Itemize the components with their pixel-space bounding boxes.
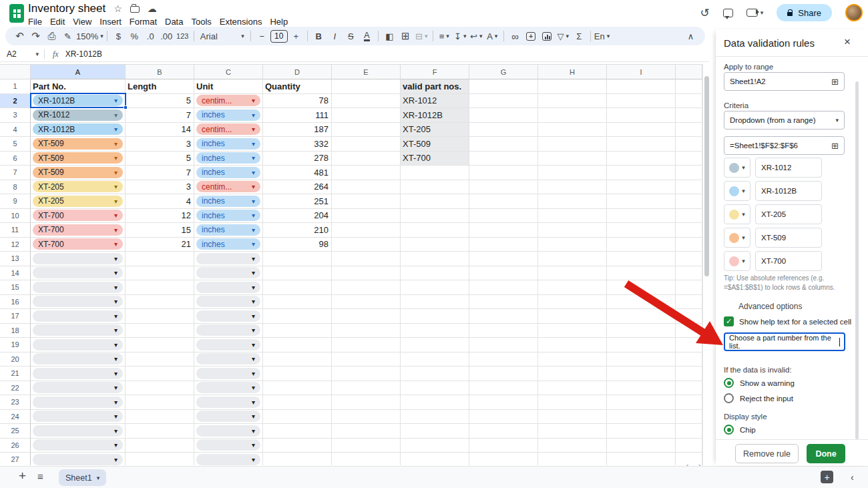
dropdown-chip[interactable]: ▾ (196, 282, 260, 293)
increase-font-size-icon[interactable]: + (288, 29, 304, 43)
cell-E18[interactable] (332, 324, 401, 338)
column-header-partial[interactable] (676, 64, 702, 79)
cell-A10[interactable]: XT-700▾ (31, 209, 126, 224)
cell-x7[interactable] (676, 166, 702, 180)
cell-x5[interactable] (676, 137, 702, 152)
cell-B23[interactable] (126, 395, 194, 410)
panel-scrollbar[interactable] (855, 81, 859, 439)
menu-tools[interactable]: Tools (187, 16, 215, 27)
help-text-input[interactable]: Choose a part number from the list. (724, 332, 845, 351)
cell-F17[interactable] (401, 309, 469, 324)
cell-D8[interactable]: 264 (263, 180, 332, 195)
cell-D22[interactable] (263, 381, 332, 396)
cell-E9[interactable] (332, 194, 401, 209)
row-header-8[interactable]: 8 (0, 180, 31, 195)
cell-G6[interactable] (469, 152, 538, 166)
cell-G1[interactable] (469, 79, 538, 94)
row-header-21[interactable]: 21 (0, 367, 31, 381)
cell-G22[interactable] (469, 381, 538, 396)
cell-F22[interactable] (401, 381, 469, 396)
meet-button[interactable]: ▾ (746, 9, 764, 17)
row-header-19[interactable]: 19 (0, 338, 31, 352)
text-wrap-icon[interactable]: ↩▾ (469, 29, 484, 43)
option-color-picker[interactable]: ▾ (724, 181, 750, 201)
cell-B1[interactable]: Length (126, 79, 194, 94)
cell-G11[interactable] (469, 223, 538, 238)
cell-I8[interactable] (607, 180, 676, 195)
cell-H14[interactable] (538, 266, 607, 281)
row-header-2[interactable]: 2 (0, 94, 31, 109)
cell-F23[interactable] (401, 395, 469, 410)
cell-C3[interactable]: inches▾ (194, 108, 263, 123)
cell-C15[interactable]: ▾ (194, 280, 263, 295)
dropdown-chip[interactable]: XT-509▾ (33, 152, 123, 164)
cell-F6[interactable]: XT-700 (401, 152, 469, 166)
share-button[interactable]: Share (777, 4, 832, 21)
cell-E14[interactable] (332, 266, 401, 281)
borders-icon[interactable]: ⊞ (398, 29, 413, 43)
cell-I11[interactable] (607, 223, 676, 238)
cell-I9[interactable] (607, 194, 676, 209)
cell-x20[interactable] (676, 352, 702, 367)
dropdown-chip[interactable]: ▾ (33, 425, 123, 437)
column-header-B[interactable]: B (126, 64, 194, 79)
cell-B16[interactable] (126, 295, 194, 310)
cell-H26[interactable] (538, 439, 607, 453)
row-header-11[interactable]: 11 (0, 223, 31, 238)
cell-I27[interactable] (607, 453, 676, 465)
cell-x9[interactable] (676, 194, 702, 209)
dropdown-chip[interactable]: XR-1012B▾ (33, 124, 123, 135)
cell-I21[interactable] (607, 367, 676, 381)
cell-E19[interactable] (332, 338, 401, 352)
advanced-options-toggle[interactable]: Advanced options (738, 302, 802, 311)
cell-A16[interactable]: ▾ (31, 295, 126, 310)
cell-G10[interactable] (469, 209, 538, 224)
cell-F19[interactable] (401, 338, 469, 352)
cell-D10[interactable]: 204 (263, 209, 332, 224)
cell-C14[interactable]: ▾ (194, 266, 263, 281)
cell-A4[interactable]: XR-1012B▾ (31, 123, 126, 138)
cell-I1[interactable] (607, 79, 676, 94)
cell-H3[interactable] (538, 108, 607, 123)
cell-B24[interactable] (126, 410, 194, 425)
row-header-10[interactable]: 10 (0, 209, 31, 224)
bold-icon[interactable]: B (311, 29, 327, 43)
cell-C13[interactable]: ▾ (194, 252, 263, 266)
cell-I17[interactable] (607, 309, 676, 324)
cell-D6[interactable]: 278 (263, 152, 332, 166)
radio-show-warning[interactable]: Show a warning (724, 378, 795, 388)
cell-A9[interactable]: XT-205▾ (31, 194, 126, 209)
cell-H4[interactable] (538, 123, 607, 138)
cell-x21[interactable] (676, 367, 702, 381)
cell-B9[interactable]: 4 (126, 194, 194, 209)
row-header-26[interactable]: 26 (0, 439, 31, 453)
cell-I20[interactable] (607, 352, 676, 367)
cell-I4[interactable] (607, 123, 676, 138)
cell-A20[interactable]: ▾ (31, 352, 126, 367)
cell-x8[interactable] (676, 180, 702, 195)
option-value-input[interactable]: XT-509 (755, 228, 822, 248)
dropdown-chip[interactable]: ▾ (33, 353, 123, 364)
input-tools-select[interactable]: En▾ (594, 29, 610, 43)
cell-F11[interactable] (401, 223, 469, 238)
cell-C11[interactable]: inches▾ (194, 223, 263, 238)
cell-x4[interactable] (676, 123, 702, 138)
cell-C27[interactable]: ▾ (194, 453, 263, 465)
text-rotation-icon[interactable]: A▾ (485, 29, 500, 43)
cell-E25[interactable] (332, 424, 401, 439)
redo-icon[interactable]: ↷ (28, 29, 43, 43)
dropdown-chip[interactable]: inches▾ (196, 167, 260, 178)
cell-A15[interactable]: ▾ (31, 280, 126, 295)
cell-F10[interactable] (401, 209, 469, 224)
done-button[interactable]: Done (807, 444, 845, 463)
cell-B22[interactable] (126, 381, 194, 396)
merge-cells-icon[interactable]: ⊟▾ (414, 29, 429, 43)
column-header-C[interactable]: C (194, 64, 263, 79)
cell-H23[interactable] (538, 395, 607, 410)
cell-F14[interactable] (401, 266, 469, 281)
column-header-G[interactable]: G (469, 64, 538, 79)
cell-G23[interactable] (469, 395, 538, 410)
cell-E16[interactable] (332, 295, 401, 310)
dropdown-chip[interactable]: ▾ (33, 267, 123, 278)
cell-E5[interactable] (332, 137, 401, 152)
